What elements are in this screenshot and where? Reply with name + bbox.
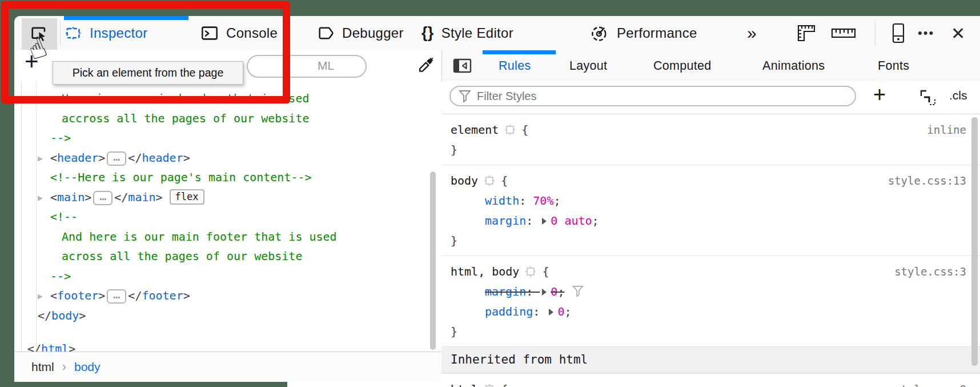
- source-link[interactable]: style.css:8: [894, 380, 966, 387]
- corner-ruler-icon: [797, 23, 823, 43]
- expand-arrow-icon[interactable]: ▶: [38, 149, 50, 169]
- more-tabs-button[interactable]: »: [747, 16, 757, 50]
- style-editor-icon: {}: [421, 25, 434, 41]
- css-rule: html, body{style.css:3margin: 0;padding:…: [441, 256, 980, 346]
- open-bracket: </: [27, 342, 41, 352]
- colon: :: [526, 214, 540, 228]
- markup-comment-line[interactable]: <!--: [14, 207, 430, 227]
- close-brace: }: [451, 231, 966, 251]
- breadcrumb-item-body[interactable]: body: [74, 360, 101, 374]
- markup-element-line[interactable]: ▶<header>…</header>: [14, 148, 430, 168]
- css-declaration[interactable]: padding: 0;: [451, 302, 966, 322]
- selector-highlighter-icon[interactable]: [484, 384, 495, 387]
- value-expander-icon[interactable]: [542, 218, 547, 225]
- property-value[interactable]: 0 auto: [551, 214, 592, 228]
- tab-debugger[interactable]: Debugger: [316, 16, 404, 50]
- overridden-filter-icon[interactable]: [572, 285, 584, 297]
- inline-expander-button[interactable]: …: [107, 289, 126, 304]
- close-devtools-button[interactable]: ✕: [951, 16, 965, 50]
- close-icon: ✕: [951, 23, 965, 43]
- expand-arrow-icon[interactable]: ▶: [38, 188, 50, 208]
- close-bracket: >: [98, 289, 105, 302]
- eyedropper-button[interactable]: [416, 57, 434, 75]
- markup-element-line[interactable]: ▶<footer>…</footer>: [14, 286, 430, 306]
- rule-selector[interactable]: element: [451, 123, 499, 137]
- class-toggle-button[interactable]: .cls: [949, 89, 967, 102]
- rule-selector[interactable]: body: [451, 174, 478, 187]
- tag-name[interactable]: header: [142, 151, 183, 165]
- tag-name[interactable]: header: [57, 151, 98, 165]
- close-bracket: >: [183, 151, 190, 165]
- markup-closing-tag-line[interactable]: </body>: [14, 306, 430, 326]
- markup-comment-line[interactable]: -->: [14, 266, 430, 286]
- css-declaration[interactable]: width: 70%;: [451, 191, 966, 211]
- tab-style-editor[interactable]: {}Style Editor: [421, 16, 513, 50]
- value-expander-icon[interactable]: [542, 289, 547, 296]
- markup-closing-tag-line[interactable]: </html>: [14, 339, 430, 352]
- markup-scrollbar[interactable]: [430, 171, 436, 350]
- markup-comment-line[interactable]: across all the pages of our website: [14, 246, 430, 266]
- tag-name[interactable]: html: [41, 342, 69, 352]
- flex-badge[interactable]: flex: [170, 189, 204, 205]
- property-name[interactable]: width: [485, 194, 519, 208]
- markup-comment-line[interactable]: accross all the pages of our website: [14, 109, 430, 129]
- measuring-tool-button[interactable]: [797, 16, 823, 50]
- value-expander-icon[interactable]: [549, 309, 553, 316]
- debugger-icon: [316, 25, 335, 42]
- css-declaration[interactable]: margin: 0 auto;: [451, 211, 966, 231]
- property-value[interactable]: 0: [557, 305, 564, 318]
- comment-text: <!--Here is our page's main content-->: [50, 170, 312, 184]
- open-bracket: </: [128, 289, 142, 302]
- colon: :: [519, 194, 533, 208]
- open-bracket: <: [50, 190, 57, 204]
- tag-name[interactable]: main: [57, 190, 85, 204]
- close-bracket: >: [79, 309, 86, 322]
- selector-highlighter-icon[interactable]: [484, 175, 495, 186]
- filter-placeholder: Filter Styles: [477, 90, 536, 103]
- tag-name[interactable]: body: [51, 309, 79, 322]
- comment-text: accross all the pages of our website: [62, 111, 309, 125]
- sidebar-tab-rules[interactable]: Rules: [499, 50, 531, 81]
- semicolon: ;: [592, 214, 599, 228]
- sidebar-tab-fonts[interactable]: Fonts: [878, 50, 909, 81]
- property-value[interactable]: 70%: [533, 194, 553, 208]
- rule-selector[interactable]: html, body: [451, 265, 519, 278]
- tag-name[interactable]: footer: [142, 289, 183, 302]
- rules-scrollbar[interactable]: [971, 117, 978, 366]
- tab-performance[interactable]: Performance: [590, 16, 697, 50]
- pseudo-class-toggle-button[interactable]: [919, 89, 937, 106]
- rulers-button[interactable]: [831, 16, 856, 50]
- add-rule-button[interactable]: +: [873, 82, 886, 107]
- breadcrumb-separator-icon: ›: [62, 360, 66, 374]
- property-name[interactable]: margin: [485, 214, 526, 228]
- markup-comment-line[interactable]: <!--Here is our page's main content-->: [14, 167, 430, 187]
- css-rule: element{inline}: [441, 114, 980, 165]
- inline-expander-button[interactable]: …: [93, 191, 113, 205]
- three-pane-toggle-button[interactable]: [453, 58, 472, 74]
- markup-comment-line[interactable]: And here is our main footer that is used: [14, 227, 430, 247]
- responsive-design-mode-button[interactable]: [889, 16, 907, 50]
- source-link[interactable]: style.css:13: [888, 171, 966, 191]
- sidebar-tab-computed[interactable]: Computed: [653, 50, 712, 81]
- markup-comment-line[interactable]: -->: [14, 128, 430, 148]
- expand-arrow-icon[interactable]: ▶: [38, 286, 50, 306]
- selector-highlighter-icon[interactable]: [504, 124, 516, 135]
- screenshot-stage: InspectorConsoleDebugger{}Style EditorPe…: [0, 0, 980, 387]
- source-link[interactable]: inline: [927, 120, 966, 140]
- breadcrumb-item-html[interactable]: html: [31, 360, 54, 374]
- sidebar-tab-animations[interactable]: Animations: [762, 50, 825, 81]
- rule-selector[interactable]: html: [451, 382, 478, 387]
- tag-name[interactable]: main: [128, 190, 155, 204]
- markup-element-line[interactable]: ▶<main>…</main>flex: [14, 187, 430, 208]
- property-name[interactable]: padding: [485, 305, 533, 318]
- devtools-menu-button[interactable]: •••: [918, 16, 934, 50]
- tag-name[interactable]: footer: [57, 289, 98, 302]
- sidebar-tab-layout[interactable]: Layout: [569, 50, 607, 81]
- inline-expander-button[interactable]: …: [107, 151, 126, 166]
- css-declaration[interactable]: margin: 0;: [451, 282, 966, 302]
- property-value[interactable]: 0: [551, 285, 557, 298]
- filter-styles-input[interactable]: Filter Styles: [449, 86, 856, 106]
- property-name[interactable]: margin: [485, 285, 526, 298]
- selector-highlighter-icon[interactable]: [525, 266, 536, 277]
- source-link[interactable]: style.css:3: [894, 262, 966, 282]
